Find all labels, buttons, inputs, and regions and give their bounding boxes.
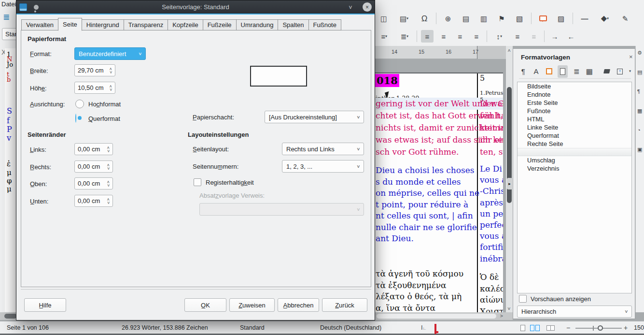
style-item[interactable]: Rechte Seite [518,140,631,148]
rechts-spinner[interactable]: 0,00 cm >> [74,160,113,173]
scrollbar-groove[interactable] [377,314,496,319]
style-item[interactable]: Bildseite [518,82,631,90]
style-item[interactable]: Erste Seite [518,99,631,107]
abbrechen-button[interactable]: A̲bbrechen [278,298,319,312]
basic-shapes-icon[interactable]: ◆▸ [596,12,614,25]
cross-reference-icon[interactable]: ▧ [513,12,526,25]
seitenlayout-dropdown[interactable]: Rechts und Links > [282,143,364,155]
style-item[interactable]: Fußnote [518,107,631,115]
special-character-icon[interactable]: Ω [418,12,431,25]
oben-spinner[interactable]: 0,00 cm >> [74,177,113,189]
spin-buttons[interactable]: >> [107,146,110,153]
navigator-deck-icon[interactable]: ▣ [637,146,642,153]
papierschacht-dropdown[interactable]: [Aus Druckereinstellung] > [265,111,364,123]
table-styles-icon[interactable]: ▦ [585,65,594,78]
style-item[interactable]: HTML [518,115,631,123]
status-language[interactable]: Deutsch (Deutschland) [320,324,381,331]
tab-fusszeile[interactable]: Fußzeile [203,19,237,30]
document-page[interactable]: 018 inther 1,28-29 gering ist vor der We… [375,73,503,312]
styles-deck-icon[interactable]: ▦ [637,108,642,114]
style-item[interactable]: Querformat [518,131,631,140]
querformat-radio[interactable] [75,114,76,123]
character-styles-icon[interactable]: A [532,65,541,78]
multi-page-view-icon[interactable] [530,325,540,331]
new-style-from-selection-icon[interactable]: + [615,65,624,78]
ok-button[interactable]: O̲K [184,298,226,312]
panel-close-icon[interactable]: × [629,53,633,60]
page-deck-icon[interactable]: ¶ [637,88,640,94]
page-styles-icon[interactable] [558,65,568,78]
zoom-out-icon[interactable]: − [566,324,570,332]
links-spinner[interactable]: 0,00 cm >> [74,143,113,155]
paragraph-spacing-increase-icon[interactable]: ≡ [511,30,524,43]
align-center-icon[interactable]: ≡ [437,30,450,43]
status-page[interactable]: Seite 1 von 106 [7,324,49,331]
styles-filter-dropdown[interactable]: Hierarchisch > [517,306,632,318]
page-break-icon[interactable]: ◫ [378,12,390,25]
align-right-icon[interactable]: ≡ [454,30,466,43]
hochformat-radio[interactable] [75,100,84,108]
document-modified-icon[interactable] [434,324,436,334]
spin-buttons[interactable]: >> [110,67,112,74]
zurueck-button[interactable]: Z̲urück [322,298,367,312]
horizontal-ruler[interactable]: 14 15 16 17 [375,46,506,59]
zoom-in-icon[interactable]: + [624,324,628,332]
styles-action-menu-icon[interactable]: ▸ [628,70,632,72]
sidebar-settings-icon[interactable]: ⚙ [637,50,642,56]
hoehe-spinner[interactable]: 10,50 cm >> [74,82,115,94]
menu-file[interactable]: Datei [1,0,16,8]
format-paragraph-icon[interactable]: ≣ [3,12,10,22]
single-page-view-icon[interactable] [520,325,525,331]
increase-indent-icon[interactable]: → [548,30,561,43]
tab-spalten[interactable]: Spalten [278,19,308,30]
spin-buttons[interactable]: >> [107,198,110,204]
numbered-list-icon[interactable]: ≣▸ [396,30,413,43]
hilfe-button[interactable]: H̲ilfe [24,298,66,312]
decrease-indent-icon[interactable]: ← [565,30,577,43]
preview-checkbox[interactable] [519,295,527,303]
insert-hyperlink-icon[interactable]: ⊕ [442,12,454,25]
spin-buttons[interactable]: >> [107,163,110,170]
shade-chevron-icon[interactable]: > [347,5,353,9]
tab-transparenz[interactable]: Transparenz [124,19,168,30]
unten-spinner[interactable]: 0,00 cm >> [74,195,113,207]
scroll-right-arrow-icon[interactable]: > [500,313,503,319]
preview-checkbox-row[interactable]: Vorschauen anzeigen [519,295,591,303]
dialog-titlebar[interactable]: Seitenvorlage: Standard > × [16,0,375,14]
format-dropdown[interactable]: Benutzerdefiniert > [74,47,146,60]
scroll-down-arrow-icon[interactable]: > [506,307,512,310]
style-item-selected[interactable] [518,148,631,156]
tab-kopfzeile[interactable]: Kopfzeile [168,19,203,30]
scroll-up-arrow-icon[interactable]: > [506,49,512,52]
registerhaltigkeit-checkbox[interactable] [194,178,201,186]
spin-buttons[interactable]: >> [110,85,112,91]
tab-fussnote[interactable]: Fußnote [308,19,341,30]
style-item[interactable]: Umschlag [518,156,631,164]
line-spacing-icon[interactable]: ↕▸ [491,30,507,43]
style-item[interactable]: Linke Seite [518,123,631,131]
style-item[interactable]: Verzeichnis [518,164,631,173]
tab-seite[interactable]: Seite [58,18,82,31]
gallery-deck-icon[interactable]: ◔ [637,127,641,133]
list-styles-icon[interactable]: ≣ [572,65,581,78]
spin-buttons[interactable]: >> [107,180,110,187]
bullet-list-icon[interactable]: ≡▸ [376,30,392,43]
insert-field-icon[interactable]: ▤▸ [395,12,413,25]
justify-icon[interactable]: ≡ [470,30,483,43]
horizontal-line-icon[interactable]: — [578,12,591,25]
breite-spinner[interactable]: 29,70 cm >> [74,64,115,76]
insert-bookmark-icon[interactable]: ⚑ [495,12,508,25]
paragraph-styles-icon[interactable]: ¶ [519,65,528,78]
insert-comment-icon[interactable] [537,12,549,25]
tab-verwalten[interactable]: Verwalten [21,19,58,30]
show-draw-functions-icon[interactable]: ✎ [619,12,631,25]
paragraph-spacing-decrease-icon[interactable]: ≡ [528,30,540,43]
style-item[interactable]: Endnote [518,90,631,99]
sidebar-collapse-handle[interactable]: ▸ [507,178,512,189]
tab-umrandung[interactable]: Umrandung [236,19,279,30]
insert-endnote-icon[interactable]: ▥ [477,12,490,25]
insert-footnote-icon[interactable]: ▤ [460,12,472,25]
document-area[interactable]: 018 inther 1,28-29 gering ist vor der We… [375,59,506,312]
scrollbar-thumb[interactable] [4,314,17,319]
track-changes-icon[interactable]: ▨ [555,12,567,25]
